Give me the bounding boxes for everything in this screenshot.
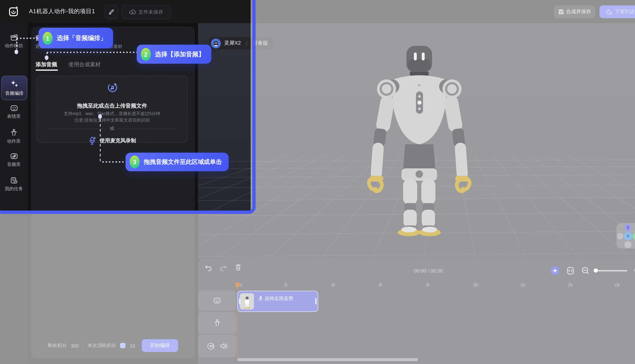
tutorial-step-3: 3 拖拽音频文件至此区域或单击 xyxy=(125,152,229,171)
ruler-minor-ticks xyxy=(262,282,635,286)
ruler-label: 16f xyxy=(614,283,620,288)
timeline-zoom-slider[interactable] xyxy=(594,270,627,272)
step-1-badge: 1 xyxy=(43,32,53,44)
keyframe-panel-toggle[interactable] xyxy=(551,267,559,275)
orientation-gizmo[interactable]: Z Y X xyxy=(616,223,635,248)
clip-right-handle[interactable] xyxy=(315,298,316,304)
track-header-expression[interactable] xyxy=(198,290,236,311)
playback-time: 00:00 / 00:30 xyxy=(414,268,443,274)
delete-clip-icon[interactable] xyxy=(235,264,241,271)
connector-step1-v xyxy=(16,38,17,49)
ruler-label: 8f xyxy=(426,283,429,288)
ruler-label: 4f xyxy=(331,283,335,288)
connector-step3-v xyxy=(100,119,101,161)
tutorial-highlight-border xyxy=(0,0,256,214)
timeline-ruler[interactable]: 0f 2f 4f 6f 8f 10f 12f 14f 16f xyxy=(198,283,635,290)
connector-step2-h xyxy=(47,52,137,53)
expression-track-icon xyxy=(213,297,221,304)
app-root: A1机器人动作-我的项目1 文件未保存 合成并保存 xyxy=(0,0,635,364)
ruler-label: 2f xyxy=(284,283,288,288)
tutorial-step-2: 2 选择【添加音频】 xyxy=(137,45,211,64)
clip-label-row: 超帅走路姿势 xyxy=(258,296,293,302)
ruler-label: 6f xyxy=(379,283,382,288)
keyframe-icon xyxy=(552,268,557,273)
timeline-panel: 00:00 / 00:30 0f 2f 4f 6f 8f xyxy=(198,258,635,364)
action-track-icon xyxy=(213,319,221,327)
timeline-h-scrollbar[interactable] xyxy=(237,358,418,361)
ruler-label: 10f xyxy=(473,283,478,288)
connector-step3-h xyxy=(102,161,126,162)
track-header-audio[interactable] xyxy=(198,334,236,357)
connector-step3-dot xyxy=(98,114,102,119)
clip-left-handle[interactable] xyxy=(239,298,240,304)
playhead-marker[interactable] xyxy=(235,282,240,288)
gizmo-neg-z-axis[interactable] xyxy=(624,241,631,248)
clip-thumbnail xyxy=(240,293,254,309)
ruler-label: 12f xyxy=(520,283,526,288)
clip-label: 超帅走路姿势 xyxy=(265,296,293,302)
step-3-badge: 3 xyxy=(130,156,140,168)
step-3-text: 拖拽音频文件至此区域或单击 xyxy=(144,158,222,166)
undo-icon[interactable] xyxy=(205,265,212,271)
zoom-in-icon[interactable] xyxy=(634,266,635,275)
gizmo-y-axis[interactable]: Y xyxy=(624,232,632,240)
track-header-action[interactable] xyxy=(198,312,236,334)
ruler-label: 14f xyxy=(567,283,573,288)
fit-timeline-icon[interactable] xyxy=(566,266,574,275)
audio-track-icon xyxy=(206,342,215,350)
clip-thumbnail-robot xyxy=(243,296,251,309)
zoom-out-icon[interactable] xyxy=(581,266,589,275)
connector-step2-v xyxy=(46,52,47,56)
robot-render xyxy=(363,42,475,237)
connector-step1-h xyxy=(17,38,39,39)
connector-step1-dot xyxy=(15,50,18,54)
running-person-icon xyxy=(258,296,263,301)
gizmo-neg-x-axis[interactable] xyxy=(617,233,623,240)
timeline-clip-walk-pose[interactable]: 超帅走路姿势 xyxy=(237,291,318,312)
zoom-slider-knob[interactable] xyxy=(594,268,598,273)
step-1-text: 选择「音频编排」 xyxy=(57,34,106,42)
track-volume-icon[interactable] xyxy=(220,342,228,350)
tutorial-step-1: 1 选择「音频编排」 xyxy=(39,28,113,48)
connector-step2-dot xyxy=(45,56,48,60)
step-2-badge: 2 xyxy=(141,48,151,60)
gizmo-z-axis[interactable]: Z xyxy=(624,224,632,231)
step-2-text: 选择【添加音频】 xyxy=(155,50,204,58)
redo-icon[interactable] xyxy=(220,265,227,271)
